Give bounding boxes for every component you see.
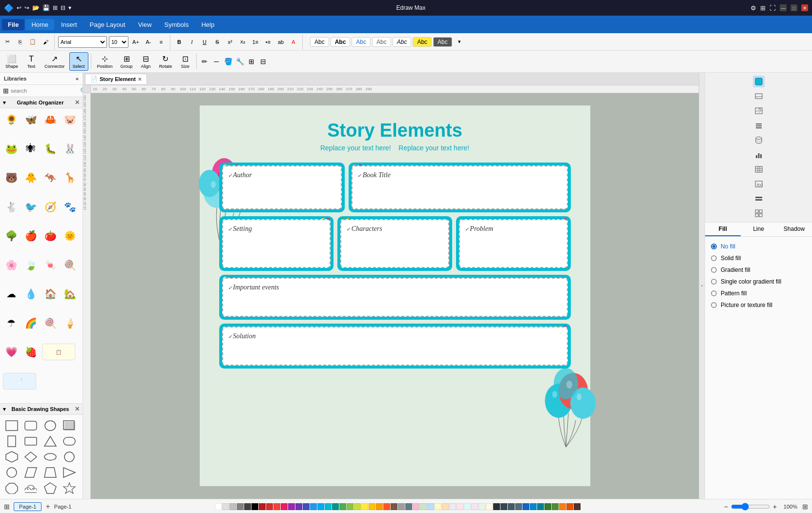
select-tool[interactable]: ↖ Select [69,52,88,71]
shape-apple[interactable]: 🍎 [22,227,39,244]
frame-tool[interactable]: ⊞ [246,56,257,67]
table-icon-btn[interactable] [753,164,765,175]
shape-compass[interactable]: 🧭 [42,199,59,215]
pen-tool[interactable]: ✏ [199,56,210,67]
palette-color-24[interactable] [383,503,390,510]
trapezoid-shape[interactable] [42,466,58,479]
strikethrough-button[interactable]: S [212,37,223,47]
palette-color-29[interactable] [420,503,427,510]
palette-color-36[interactable] [471,503,478,510]
gradient-fill-option[interactable]: Gradient fill [709,264,808,276]
quick-access-save[interactable]: 💾 [42,4,50,11]
palette-color-28[interactable] [413,503,419,510]
shape-heart[interactable]: 💗 [3,344,20,360]
font-family-select[interactable]: Arial [58,36,107,48]
rect-rounded2-shape[interactable] [23,434,39,448]
shape-rainbow[interactable]: 🌈 [22,315,39,331]
solid-fill-option[interactable]: Solid fill [709,252,808,264]
cloud-shape[interactable] [23,481,39,495]
grid-icon[interactable]: ⊞ [760,4,766,12]
expand-icon[interactable]: ⛶ [770,4,776,12]
shape-giraffe[interactable]: 🦒 [62,169,78,186]
shape-bunny[interactable]: 🐰 [62,141,78,157]
palette-color-49[interactable] [566,503,573,510]
quick-access-undo[interactable]: ↩ [17,4,21,11]
palette-color-42[interactable] [515,503,522,510]
palette-color-2[interactable] [222,503,229,510]
page-tab-1[interactable]: Page-1 [14,502,42,511]
maximize-button[interactable]: □ [791,4,797,11]
tall-rect-shape[interactable] [4,434,20,448]
shape-tomato[interactable]: 🍅 [42,227,59,244]
palette-color-44[interactable] [530,503,537,510]
size-tool[interactable]: ⊡ Size [176,52,194,71]
palette-color-6[interactable] [251,503,258,510]
shape-kangaroo[interactable]: 🦘 [42,169,59,186]
layout-tool[interactable]: ⊟ [258,56,269,67]
shape-tree[interactable]: 🌳 [3,227,20,244]
graphic-organizer-header[interactable]: ▾ Graphic Organizer ✕ [0,97,83,108]
palette-color-32[interactable] [442,503,449,510]
palette-color-43[interactable] [522,503,529,510]
palette-color-50[interactable] [574,503,581,510]
image-icon-btn[interactable] [753,105,765,117]
style-abc5[interactable]: Abc [393,37,412,47]
palette-color-14[interactable] [310,503,317,510]
shape-popsicle[interactable]: 🍦 [62,315,78,331]
palette-color-18[interactable] [339,503,346,510]
diamond-shape[interactable] [23,450,39,464]
oval-shape[interactable] [42,450,58,464]
palette-color-1[interactable] [215,503,222,510]
palette-color-26[interactable] [398,503,405,510]
palette-color-9[interactable] [273,503,280,510]
menu-insert[interactable]: Insert [55,19,83,30]
story-element-tab[interactable]: 📄 Story Element ✕ [85,74,147,84]
shadow-tab[interactable]: Shadow [776,223,812,236]
style-abc2[interactable]: Abc [331,37,351,47]
connector-tool[interactable]: ↗ Connector [41,52,68,71]
ordered-list[interactable]: 1≡ [250,37,261,47]
triangle2-shape[interactable] [62,466,77,479]
font-grow[interactable]: A+ [130,37,141,47]
rect-shape[interactable] [4,419,20,432]
settings-icon[interactable]: ⚙ [750,4,756,12]
text-style[interactable]: ab [275,37,286,47]
shape-house[interactable]: 🏠 [42,286,59,302]
important-events-card[interactable]: Important events [219,275,571,320]
palette-color-19[interactable] [347,503,354,510]
copy-button[interactable]: ⎘ [15,37,25,47]
palette-color-30[interactable] [427,503,434,510]
problem-card[interactable]: Problem [456,216,571,271]
page-view-icon[interactable]: ⊞ [4,503,10,511]
collapse-libraries-icon[interactable]: « [76,76,79,82]
shape-flower[interactable]: 🌸 [3,257,20,273]
palette-color-23[interactable] [376,503,383,510]
palette-color-21[interactable] [361,503,368,510]
line-tab[interactable]: Line [741,223,776,236]
palette-color-11[interactable] [288,503,295,510]
shape-sun[interactable]: 🌻 [3,111,20,128]
canvas-scroll[interactable]: Story Elements Replace your text here! R… [91,93,699,499]
rect-rounded-shape[interactable] [23,419,39,432]
quick-access-extra2[interactable]: ⊟ [61,4,65,11]
tab-close-icon[interactable]: ✕ [138,77,142,82]
palette-color-8[interactable] [266,503,273,510]
cut-button[interactable]: ✂ [2,37,13,47]
setting-card[interactable]: Setting [219,216,334,271]
font-shrink[interactable]: A- [143,37,154,47]
pentagon-shape[interactable] [42,481,58,495]
style-abc6[interactable]: Abc [413,37,432,47]
palette-color-40[interactable] [500,503,507,510]
fill-icon-btn[interactable] [753,76,765,87]
palette-color-31[interactable] [435,503,441,510]
layout-icon-btn[interactable] [753,207,765,219]
shape-rabbit2[interactable]: 🐇 [3,199,20,215]
circle3-shape[interactable] [4,466,20,479]
shape-tool[interactable]: ⬜ Shape [2,52,21,71]
font-color[interactable]: A [288,37,299,47]
palette-color-35[interactable] [464,503,471,510]
search-input[interactable] [11,88,78,94]
palette-color-3[interactable] [229,503,236,510]
shape-sun2[interactable]: 🌞 [62,227,78,244]
zoom-out-button[interactable]: − [724,503,728,511]
